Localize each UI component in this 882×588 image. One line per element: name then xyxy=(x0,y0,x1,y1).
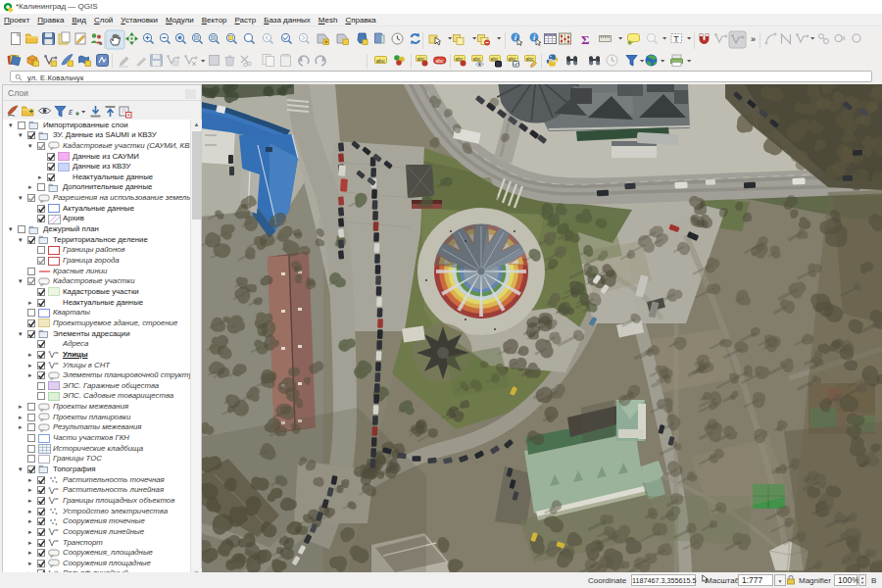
svg-text:abc: abc xyxy=(509,56,517,62)
svg-text:abc: abc xyxy=(491,56,500,62)
svg-text:ε: ε xyxy=(69,106,73,117)
svg-text:abc: abc xyxy=(436,58,445,64)
svg-text:abc: abc xyxy=(473,56,482,62)
svg-text:abc: abc xyxy=(376,58,385,64)
svg-text:Σ: Σ xyxy=(581,32,590,47)
svg-text:»: » xyxy=(751,34,756,44)
svg-text:abc: abc xyxy=(526,56,535,62)
svg-text:T: T xyxy=(673,34,679,44)
svg-text:a: a xyxy=(99,40,103,46)
